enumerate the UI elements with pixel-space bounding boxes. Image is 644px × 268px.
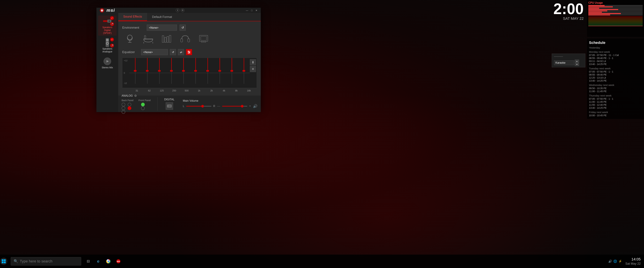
schedule-widget: Schedule Yesterday Monday next week 07:0… [587, 38, 644, 119]
eq-band-31[interactable] [129, 58, 141, 84]
tray-icon-3[interactable]: ⚡ [618, 260, 622, 263]
sidebar-device-stereo-mix[interactable]: Stereo Mix [98, 56, 116, 70]
effect-icon-eq[interactable] [161, 34, 172, 44]
perf-title: CPU Usage [588, 1, 643, 4]
taskbar-search-box[interactable]: 🔍 Type here to search [11, 257, 81, 266]
volume-mute-icon[interactable]: 🔊 [253, 104, 258, 108]
eq-bars-container [129, 58, 250, 84]
vol-plus-label: + [249, 104, 251, 108]
jack-back-1[interactable] [122, 103, 125, 106]
jack-row-2 [122, 106, 150, 110]
karaoke-up-button[interactable]: ▲ [575, 60, 579, 63]
schedule-item: 08:55 - 09:40 PE · 1 - 1 [589, 57, 642, 60]
msi-body: ✓ 🎤 Speakers Digital(SPDIF) ✓ 🎤 [96, 13, 261, 112]
schedule-day-2: Wednesday next week [589, 84, 642, 86]
equalizer-swap-button[interactable]: ⇄ [178, 49, 184, 55]
maximize-button[interactable]: □ [250, 9, 254, 12]
left-volume-slider[interactable] [186, 106, 211, 107]
jack-front-2[interactable] [141, 106, 145, 110]
sidebar-device-speakers-digital[interactable]: ✓ 🎤 Speakers Digital(SPDIF) [98, 15, 116, 36]
perf-bar-8 [588, 14, 643, 15]
sidebar-device-speakers-analogue[interactable]: ✓ 🎤 Speakers Analogue [98, 37, 116, 54]
right-volume-slider[interactable] [222, 106, 247, 107]
jack-back-3[interactable] [122, 106, 125, 110]
info-icon[interactable]: ℹ [176, 8, 180, 12]
tab-default-format[interactable]: Default Format [147, 13, 177, 21]
environment-reset-button[interactable]: ↺ [180, 25, 186, 31]
clock-time: 2:00 [554, 1, 584, 16]
eq-freq-62: 62 [143, 89, 156, 92]
digital-device-icon[interactable] [166, 102, 173, 110]
schedule-item: 11:55 - 12:40 PE [589, 103, 642, 106]
schedule-item: 09:50 - 10:35 PE [589, 87, 642, 90]
msi-dragon-icon [99, 8, 105, 13]
eq-band-16k[interactable] [238, 58, 250, 84]
eq-band-125[interactable] [153, 58, 165, 84]
schedule-day-3: Thursday next week [589, 94, 642, 97]
svg-rect-17 [167, 36, 168, 42]
schedule-item: 13:40 - 14:25 PE [589, 63, 642, 66]
stereo-mix-icon [103, 57, 112, 65]
jack-back-5[interactable] [122, 110, 125, 114]
device-mic-spdif: 🎤 [110, 22, 114, 26]
eq-close-button[interactable]: ✕ [250, 66, 256, 72]
schedule-item: 07:05 - 07:50 PE · 1 - 1 [589, 97, 642, 100]
schedule-day-4: Friday next week [589, 111, 642, 114]
minimize-button[interactable]: — [245, 9, 249, 12]
schedule-item: 07:05 - 07:50 PE · 11 - 1 Cal [589, 54, 642, 57]
eq-freq-labels: 31 62 125 250 500 1k 2k 4k 8k 16k [129, 89, 257, 92]
equalizer-label: Equalizer [122, 50, 139, 54]
effect-icon-bath[interactable] [142, 34, 154, 44]
tab-sound-effects[interactable]: Sound Effects [118, 13, 147, 21]
window-controls: — □ ✕ [245, 9, 258, 12]
eq-band-250[interactable] [165, 58, 178, 84]
environment-label: Environment [122, 26, 144, 29]
eq-band-4k[interactable] [214, 58, 226, 84]
equalizer-settings-button[interactable] [186, 49, 192, 55]
svg-point-2 [108, 20, 110, 22]
effect-icon-surround[interactable] [198, 34, 210, 44]
analog-settings-icon[interactable]: ⚙ [134, 94, 137, 98]
start-button[interactable] [0, 258, 8, 265]
schedule-item: 13:40 - 14:25 PE [589, 79, 642, 82]
close-button[interactable]: ✕ [255, 9, 258, 12]
karaoke-down-button[interactable]: ▼ [575, 63, 579, 66]
eq-band-1k[interactable] [190, 58, 202, 84]
taskbar-msi-button[interactable]: MSI [115, 258, 122, 265]
taskbar-clock[interactable]: 14:05 Sat May 22 [626, 257, 641, 266]
tray-icon-1[interactable]: 🔊 [608, 260, 612, 263]
analog-section: ANALOG ⚙ Back Panel Front Panel [122, 94, 150, 114]
svg-rect-35 [4, 259, 6, 261]
effect-icon-vocal[interactable] [124, 34, 136, 44]
clock-widget: 2:00 SAT MAY 22 [554, 1, 584, 21]
settings-icon[interactable]: ⚙ [181, 8, 184, 12]
surround-effect-icon [198, 34, 210, 44]
perf-bar-1 [588, 5, 643, 6]
taskbar-chrome-button[interactable] [105, 258, 112, 265]
svg-rect-37 [4, 262, 6, 263]
jack-back-4[interactable] [128, 106, 131, 110]
environment-select[interactable]: <None> Room Concert Hall Cave Arena [147, 25, 177, 31]
karaoke-select: ▲ ▼ [554, 60, 583, 66]
jack-front-1[interactable] [141, 103, 145, 106]
equalizer-select[interactable]: <None> Rock Pop Jazz Classical [141, 49, 168, 55]
equalizer-reset-button[interactable]: ↺ [170, 49, 176, 55]
analog-title: ANALOG ⚙ [122, 94, 150, 98]
karaoke-input[interactable] [554, 60, 574, 65]
vocal-effect-icon [124, 34, 136, 44]
svg-rect-12 [144, 36, 146, 39]
schedule-item: 03:11 - 04:02 Lit [589, 60, 642, 63]
perf-widget: CPU Usage [587, 0, 644, 37]
eq-band-8k[interactable] [226, 58, 238, 84]
taskbar-edge-button[interactable]: e [94, 258, 102, 265]
eq-save-button[interactable]: ⬇ [250, 59, 256, 65]
eq-band-500[interactable] [178, 58, 190, 84]
eq-band-62[interactable] [141, 58, 153, 84]
taskbar-taskview-button[interactable]: ⊟ [84, 258, 92, 265]
taskbar-time: 14:05 [626, 257, 641, 262]
jack-back-2[interactable] [128, 103, 131, 106]
schedule-item: 07:05 - 07:50 PE · 1 - 1 [589, 70, 642, 73]
tray-icon-2[interactable]: 🌐 [613, 260, 617, 263]
eq-band-2k[interactable] [202, 58, 214, 84]
effect-icon-headphone[interactable] [179, 34, 191, 44]
